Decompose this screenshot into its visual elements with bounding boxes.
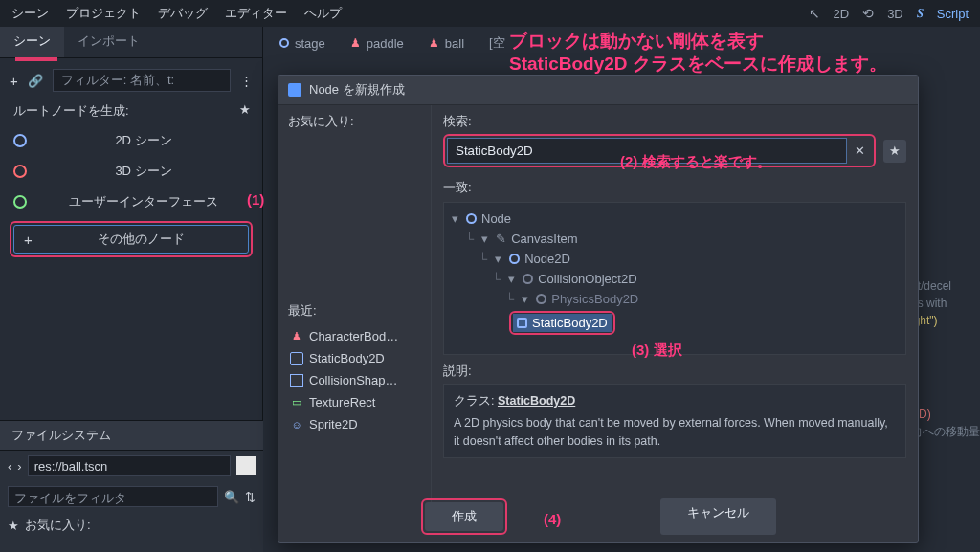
menubar-left: シーン プロジェクト デバッグ エディター ヘルプ: [11, 5, 342, 22]
filesystem-path-input[interactable]: res://ball.tscn: [28, 455, 231, 476]
star-icon: ★: [8, 519, 19, 533]
scene-2d-label: 2D シーン: [38, 132, 249, 149]
search-input[interactable]: [447, 138, 847, 164]
dialog-title-text: Node を新規作成: [309, 81, 405, 99]
scene-toolbar: + 🔗 フィルター: 名前、t: ⋮: [0, 64, 262, 97]
code-background: nt/decel ns with ight") ED) 向への移動量: [911, 277, 980, 440]
description-box: クラス: StaticBody2D A 2D physics body that…: [443, 384, 906, 458]
other-node-button[interactable]: + その他のノード: [13, 225, 249, 254]
favorites-label: お気に入り:: [288, 113, 421, 130]
menubar-right: ↖ 2D ⟲ 3D 𝑺 Script: [809, 6, 969, 21]
cursor-icon[interactable]: ↖: [809, 6, 820, 21]
add-node-icon[interactable]: +: [10, 73, 18, 89]
search-icon[interactable]: 🔍: [224, 490, 239, 504]
node-icon: [288, 83, 301, 97]
tab-import[interactable]: インポート: [64, 27, 153, 57]
recent-item[interactable]: ♟CharacterBod…: [288, 325, 421, 347]
tab-empty[interactable]: [空: [479, 30, 516, 55]
tab-stage[interactable]: stage: [269, 32, 336, 55]
dialog-right-column: 検索: ✕ ★ 一致: ▾ Node └▾✎ CanvasItem └▾ Nod…: [432, 105, 918, 507]
view-2d[interactable]: 2D: [834, 7, 850, 21]
root-header: ルートノードを生成: ★: [0, 97, 262, 125]
menu-editor[interactable]: エディター: [225, 5, 287, 22]
open-scene-tabs: stage ♟paddle ♟ball [空: [263, 27, 980, 55]
cancel-button[interactable]: キャンセル: [660, 498, 776, 535]
left-tabs: シーン インポート: [0, 27, 262, 58]
recent-item[interactable]: CollisionShap…: [288, 369, 421, 391]
search-box-highlight: ✕: [443, 134, 876, 167]
recent-item[interactable]: ▭TextureRect: [288, 391, 421, 413]
view-script[interactable]: Script: [937, 7, 969, 21]
link-icon[interactable]: 🔗: [28, 74, 43, 88]
recent-item[interactable]: ☺Sprite2D: [288, 413, 421, 435]
filesystem-favorites: ★ お気に入り:: [0, 512, 263, 539]
root-label: ルートノードを生成:: [13, 102, 129, 120]
sort-icon[interactable]: ⇅: [245, 490, 256, 504]
control-icon: [13, 195, 27, 209]
view-3d[interactable]: 3D: [887, 7, 903, 21]
scene-3d-label: 3D シーン: [38, 163, 249, 180]
tab-underline: [15, 57, 57, 61]
dialog-titlebar[interactable]: Node を新規作成: [278, 76, 918, 105]
selected-class-highlight: StaticBody2D: [509, 311, 615, 335]
filesystem-title: ファイルシステム: [0, 421, 263, 451]
menu-debug[interactable]: デバッグ: [158, 5, 208, 22]
filesystem-filter-row: ファイルをフィルタ 🔍 ⇅: [0, 481, 263, 512]
tab-ball[interactable]: ♟ball: [418, 32, 475, 55]
scene-filter-input[interactable]: フィルター: 名前、t:: [53, 69, 231, 92]
file-thumbnail: [236, 456, 256, 475]
script-icon: 𝑺: [917, 6, 924, 21]
node3d-icon: [13, 165, 27, 178]
nav-forward-icon[interactable]: ›: [17, 459, 21, 474]
tab-scene[interactable]: シーン: [0, 27, 64, 57]
other-node-highlight: + その他のノード: [10, 221, 253, 257]
dialog-button-row: 作成 キャンセル: [278, 498, 918, 535]
create-button-highlight: 作成: [421, 498, 507, 535]
refresh-icon[interactable]: ⟲: [862, 6, 874, 21]
filesystem-nav: ‹ › res://ball.tscn: [0, 451, 263, 481]
class-tree[interactable]: ▾ Node └▾✎ CanvasItem └▾ Node2D └▾ Colli…: [443, 202, 906, 355]
clear-search-icon[interactable]: ✕: [847, 138, 872, 164]
favorite-search-button[interactable]: ★: [883, 140, 906, 163]
menu-scene[interactable]: シーン: [11, 5, 49, 22]
more-icon[interactable]: ⋮: [240, 74, 253, 88]
search-label: 検索:: [443, 113, 906, 130]
scene-2d-button[interactable]: 2D シーン: [0, 125, 262, 156]
menu-help[interactable]: ヘルプ: [304, 5, 342, 22]
nav-back-icon[interactable]: ‹: [8, 459, 11, 474]
match-label: 一致:: [443, 179, 906, 196]
plus-icon: +: [24, 232, 33, 248]
filesystem-panel: ファイルシステム ‹ › res://ball.tscn ファイルをフィルタ 🔍…: [0, 420, 263, 552]
description-label: 説明:: [443, 363, 906, 380]
description-text: A 2D physics body that can't be moved by…: [454, 414, 896, 451]
recent-item[interactable]: StaticBody2D: [288, 347, 421, 369]
tab-paddle[interactable]: ♟paddle: [340, 32, 414, 55]
scene-ui-label: ユーザーインターフェース: [38, 193, 249, 210]
scene-3d-button[interactable]: 3D シーン: [0, 156, 262, 187]
node2d-icon: [13, 134, 27, 147]
selected-class-row[interactable]: StaticBody2D: [513, 314, 612, 332]
other-node-label: その他のノード: [44, 231, 238, 248]
star-icon[interactable]: ★: [239, 102, 251, 120]
recent-label: 最近:: [288, 302, 421, 320]
favorites-label: お気に入り:: [25, 517, 91, 534]
dialog-left-column: お気に入り: 最近: ♟CharacterBod… StaticBody2D C…: [278, 105, 432, 507]
create-button[interactable]: 作成: [425, 502, 503, 531]
menu-project[interactable]: プロジェクト: [66, 5, 141, 22]
filesystem-filter-input[interactable]: ファイルをフィルタ: [8, 486, 218, 507]
scene-ui-button[interactable]: ユーザーインターフェース: [0, 187, 262, 217]
class-link[interactable]: StaticBody2D: [498, 394, 575, 408]
create-node-dialog: Node を新規作成 お気に入り: 最近: ♟CharacterBod… Sta…: [278, 75, 919, 543]
menubar: シーン プロジェクト デバッグ エディター ヘルプ ↖ 2D ⟲ 3D 𝑺 Sc…: [0, 0, 980, 27]
